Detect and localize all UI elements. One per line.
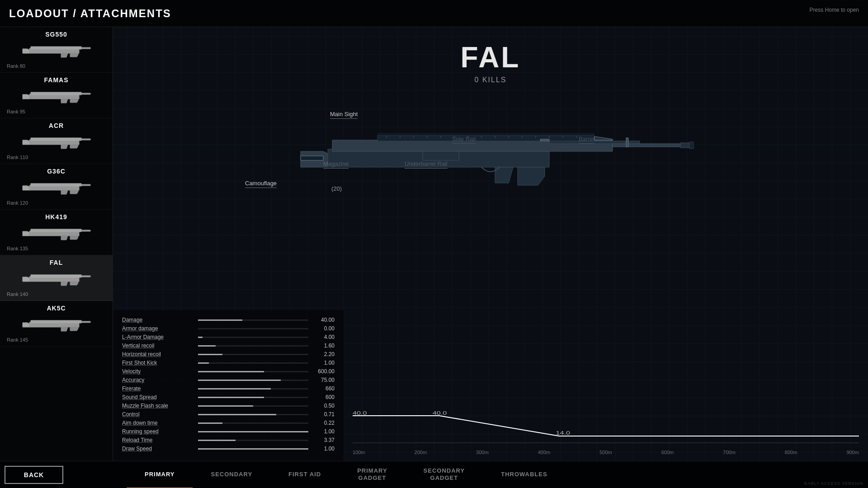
weapon-item-ak5c[interactable]: AK5C Rank 145 xyxy=(0,301,113,347)
stat-row: Control0.71 xyxy=(122,411,335,418)
header: LOADOUT / ATTACHMENTS Press Home to open xyxy=(0,0,868,27)
stat-value: 3.37 xyxy=(312,437,335,443)
chart-label-700m: 700m xyxy=(723,450,736,455)
weapon-item-fal[interactable]: FAL Rank 140 xyxy=(0,255,113,301)
stat-bar-fill xyxy=(198,345,216,347)
chart-x-labels: 100m 200m 300m 400m 500m 600m 700m 800m … xyxy=(353,447,859,455)
stat-name: L-Armor Damage xyxy=(122,334,194,340)
weapon-item-rank: Rank 95 xyxy=(7,109,106,114)
stat-row: Velocity600.00 xyxy=(122,368,335,375)
stat-name: Aim down time xyxy=(122,420,194,426)
damage-chart: 40.0 40.0 14.0 100m 200m 300m 400m 500m … xyxy=(344,407,868,461)
chart-label-100m: 100m xyxy=(353,450,365,455)
weapon-item-famas[interactable]: FAMAS Rank 95 xyxy=(0,73,113,118)
stat-row: Aim down time0.22 xyxy=(122,420,335,426)
stat-bar-fill xyxy=(198,397,264,398)
nav-tab-first-aid[interactable]: FIRST AID xyxy=(270,462,339,488)
weapon-item-hk419[interactable]: HK419 Rank 135 xyxy=(0,210,113,255)
stat-bar-container xyxy=(198,422,308,424)
stat-bar-fill xyxy=(198,371,264,372)
weapon-item-image xyxy=(14,131,99,154)
stat-row: Draw Speed1.00 xyxy=(122,446,335,452)
stat-name: Reload Time xyxy=(122,437,194,443)
nav-tab-primary-gadget[interactable]: PRIMARY GADGET xyxy=(339,462,405,488)
nav-tab-primary[interactable]: PRIMARY xyxy=(127,462,193,488)
chart-label-200m: 200m xyxy=(415,450,427,455)
stat-row: Running speed1.00 xyxy=(122,428,335,435)
svg-text:40.0: 40.0 xyxy=(353,411,367,416)
weapon-list: SG550 Rank 80FAMAS Rank 95ACR Rank 110G3… xyxy=(0,27,113,461)
stat-row: Reload Time3.37 xyxy=(122,437,335,443)
stat-bar-fill xyxy=(198,354,222,355)
stat-row: Muzzle Flash scale0.50 xyxy=(122,403,335,409)
stat-row: Armor damage0.00 xyxy=(122,325,335,332)
weapon-item-rank: Rank 145 xyxy=(7,337,106,343)
stat-bar-container xyxy=(198,380,308,381)
weapon-item-rank: Rank 140 xyxy=(7,291,106,297)
header-title: LOADOUT / ATTACHMENTS xyxy=(9,7,171,20)
stat-value: 4.00 xyxy=(312,334,335,340)
stat-bar-container xyxy=(198,345,308,347)
stat-name: Damage xyxy=(122,317,194,323)
stat-bar-fill xyxy=(198,388,271,389)
stat-bar-fill xyxy=(198,448,308,450)
stat-bar-fill xyxy=(198,431,308,432)
stat-value: 1.00 xyxy=(312,360,335,366)
nav-tab-throwables[interactable]: THROWABLES xyxy=(483,462,565,488)
stat-name: Sound Spread xyxy=(122,394,194,400)
weapon-item-image xyxy=(14,222,99,245)
stat-row: Accuracy75.00 xyxy=(122,377,335,383)
stat-name: Control xyxy=(122,411,194,418)
stat-value: 1.60 xyxy=(312,343,335,349)
stat-row: Horizontal recoil2.20 xyxy=(122,351,335,357)
weapon-item-name: HK419 xyxy=(7,213,106,221)
stat-row: Sound Spread600 xyxy=(122,394,335,400)
weapon-item-name: G36C xyxy=(7,168,106,175)
chart-label-300m: 300m xyxy=(476,450,489,455)
stat-name: Running speed xyxy=(122,428,194,435)
weapon-name: FAL xyxy=(113,41,868,74)
nav-tab-secondary[interactable]: SECONDARY xyxy=(193,462,270,488)
stat-value: 40.00 xyxy=(312,317,335,323)
stat-row: First Shot Kick1.00 xyxy=(122,360,335,366)
chart-label-800m: 800m xyxy=(785,450,797,455)
stat-bar-fill xyxy=(198,414,276,415)
stat-bar-container xyxy=(198,397,308,398)
weapon-item-rank: Rank 80 xyxy=(7,63,106,69)
stat-name: Horizontal recoil xyxy=(122,351,194,357)
stat-bar-fill xyxy=(198,362,209,364)
weapon-item-image xyxy=(14,85,99,108)
weapon-item-g36c[interactable]: G36C Rank 120 xyxy=(0,164,113,210)
chart-label-500m: 500m xyxy=(599,450,612,455)
stat-row: L-Armor Damage4.00 xyxy=(122,334,335,340)
chart-svg: 40.0 40.0 14.0 xyxy=(353,411,859,447)
stat-value: 2.20 xyxy=(312,351,335,357)
weapon-item-image xyxy=(14,177,99,199)
stat-name: Draw Speed xyxy=(122,446,194,452)
weapon-item-sg550[interactable]: SG550 Rank 80 xyxy=(0,27,113,73)
rifle-svg xyxy=(287,108,694,199)
weapon-title-area: FAL 0 KILLS xyxy=(113,41,868,84)
stat-bar-container xyxy=(198,362,308,364)
stat-value: 600.00 xyxy=(312,368,335,375)
stat-bar-fill xyxy=(198,337,203,338)
stat-value: 0.00 xyxy=(312,325,335,332)
svg-text:40.0: 40.0 xyxy=(433,411,447,416)
stat-bar-fill xyxy=(198,319,242,321)
stat-value: 660 xyxy=(312,385,335,392)
stat-row: Vertical recoil1.60 xyxy=(122,343,335,349)
stat-bar-container xyxy=(198,440,308,441)
stat-bar-fill xyxy=(198,380,281,381)
weapon-item-name: FAL xyxy=(7,259,106,266)
back-button[interactable]: BACK xyxy=(5,466,63,484)
weapon-item-rank: Rank 135 xyxy=(7,246,106,251)
nav-tab-secondary-gadget[interactable]: SECONDARY GADGET xyxy=(406,462,483,488)
stat-bar-container xyxy=(198,328,308,329)
stat-row: Damage40.00 xyxy=(122,317,335,323)
chart-label-900m: 900m xyxy=(846,450,859,455)
weapon-item-acr[interactable]: ACR Rank 110 xyxy=(0,118,113,164)
early-access-badge: EARLY ACCESS VERSION xyxy=(804,481,863,486)
stat-bar-container xyxy=(198,405,308,407)
stat-bar-fill xyxy=(198,405,253,407)
weapon-item-name: AK5C xyxy=(7,305,106,312)
